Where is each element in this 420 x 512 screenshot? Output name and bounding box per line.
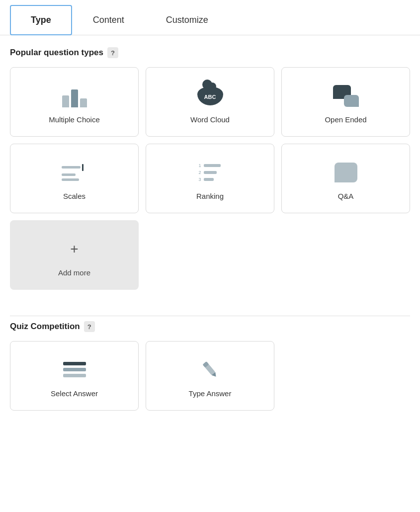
popular-title: Popular question types ? <box>10 47 410 58</box>
word-cloud-icon: ABC <box>195 83 225 109</box>
plus-icon: + <box>60 236 89 262</box>
card-type-answer[interactable]: Type Answer <box>146 341 274 411</box>
type-answer-icon <box>195 356 225 383</box>
tab-type[interactable]: Type <box>10 5 72 35</box>
popular-grid: Multiple Choice ABC Word Cloud Open Ende… <box>10 67 410 213</box>
scales-icon <box>60 159 89 186</box>
card-add-more[interactable]: + Add more <box>10 220 139 290</box>
tab-bar: Type Content Customize <box>0 5 420 35</box>
popular-section: Popular question types ? Multiple Choice… <box>0 35 420 295</box>
card-word-cloud[interactable]: ABC Word Cloud <box>146 67 274 137</box>
quiz-help-badge[interactable]: ? <box>84 321 95 332</box>
tab-customize[interactable]: Customize <box>145 5 229 35</box>
quiz-section: Quiz Competition ? Select Answer <box>0 304 420 416</box>
card-ranking[interactable]: 1 2 3 Ranking <box>146 144 274 213</box>
ranking-icon: 1 2 3 <box>195 159 225 186</box>
select-answer-icon <box>60 356 89 383</box>
section-divider <box>10 316 410 316</box>
card-select-answer[interactable]: Select Answer <box>10 341 139 411</box>
quiz-title: Quiz Competition ? <box>10 321 410 332</box>
qanda-icon <box>331 159 361 186</box>
bar-chart-icon <box>60 83 89 109</box>
popular-help-badge[interactable]: ? <box>107 47 118 58</box>
card-scales[interactable]: Scales <box>10 144 139 213</box>
chat-bubbles-icon <box>331 83 361 109</box>
quiz-grid: Select Answer Type Answer <box>10 341 410 411</box>
card-qanda[interactable]: Q&A <box>281 144 410 213</box>
card-multiple-choice[interactable]: Multiple Choice <box>10 67 139 137</box>
tab-content[interactable]: Content <box>72 5 145 35</box>
card-open-ended[interactable]: Open Ended <box>281 67 410 137</box>
